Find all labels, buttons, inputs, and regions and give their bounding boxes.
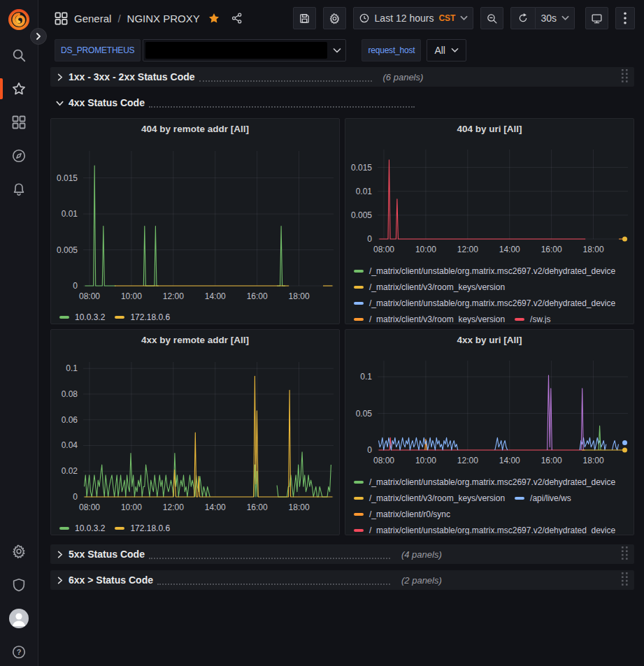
help-question-icon[interactable]: ? [0, 635, 38, 666]
legend-item[interactable]: /_matrix/client/unstable/org.matrix.msc2… [354, 477, 615, 487]
settings-gear-icon[interactable] [0, 535, 38, 568]
datasource-variable-label[interactable]: DS_PROMETHEUS [55, 39, 141, 61]
panel-title[interactable]: 404 by uri [All] [345, 119, 634, 137]
row-drag-handle[interactable] [622, 572, 629, 588]
admin-shield-icon[interactable] [0, 568, 38, 602]
refresh-button[interactable] [510, 7, 536, 29]
legend-item[interactable]: /_matrix/client/unstable/org.matrix.msc2… [354, 266, 615, 276]
panel-legend: /_matrix/client/unstable/org.matrix.msc2… [345, 471, 634, 535]
kebab-menu-button[interactable] [615, 7, 635, 29]
svg-text:18:00: 18:00 [289, 502, 310, 512]
panel-title[interactable]: 404 by remote addr [All] [51, 119, 339, 137]
row-drag-handle[interactable] [622, 69, 629, 85]
row-header-5xx[interactable]: 5xx Status Code (4 panels) [50, 544, 634, 564]
sidebar-item-dashboards[interactable] [0, 106, 38, 139]
share-icon[interactable] [231, 12, 243, 24]
svg-text:10:00: 10:00 [121, 291, 142, 301]
svg-text:0.015: 0.015 [57, 173, 78, 183]
breadcrumb-section[interactable]: General [74, 13, 111, 24]
legend-label: 172.18.0.6 [130, 312, 170, 322]
zoom-out-button[interactable] [480, 7, 503, 29]
row-panel-count: (2 panels) [401, 575, 442, 586]
svg-text:16:00: 16:00 [247, 502, 268, 512]
sidebar-item-alerting[interactable] [0, 173, 38, 206]
legend-label: /_matrix/client/v3/room_keys/version [369, 282, 505, 292]
legend-item[interactable]: /_matrix/client/v3/room_keys/version [354, 282, 505, 292]
svg-text:14:00: 14:00 [499, 245, 520, 254]
svg-text:08:00: 08:00 [79, 502, 100, 512]
tv-mode-button[interactable] [585, 7, 608, 29]
panel-title[interactable]: 4xx by uri [All] [345, 330, 634, 348]
breadcrumb-title[interactable]: NGINX PROXY [127, 13, 200, 24]
svg-text:14:00: 14:00 [499, 456, 520, 465]
panel-4xx-by-remote-addr[interactable]: 4xx by remote addr [All] 00.020.040.060.… [50, 329, 340, 535]
legend-swatch [115, 316, 124, 319]
legend-item[interactable]: /sw.js [515, 314, 550, 324]
panel-title[interactable]: 4xx by remote addr [All] [51, 330, 339, 348]
legend-label: /_matrix/client/v3/room_keys/version [369, 493, 505, 503]
legend-item[interactable]: 10.0.3.2 [59, 312, 105, 322]
variables-bar: DS_PROMETHEUS request_host All [38, 36, 644, 64]
legend-swatch [515, 318, 524, 321]
svg-text:0.1: 0.1 [66, 363, 78, 373]
svg-text:16:00: 16:00 [541, 456, 562, 465]
chart-4xx-by-uri: 00.050.108:0010:0012:0014:0016:0018:00/_… [345, 348, 634, 535]
legend-label: /_matrix/client/unstable/org.matrix.msc2… [369, 298, 615, 308]
favorite-star-icon[interactable] [208, 12, 220, 24]
row-drag-handle[interactable] [622, 546, 629, 563]
legend-item[interactable]: 172.18.0.6 [115, 523, 170, 533]
legend-item[interactable]: 10.0.3.2 [59, 523, 105, 533]
datasource-variable-dropdown[interactable] [143, 39, 346, 61]
svg-text:10:00: 10:00 [415, 245, 436, 254]
legend-swatch [515, 497, 524, 500]
apps-grid-icon [55, 12, 68, 25]
legend-label: /_matrix/client/unstable/org.matrix.msc2… [369, 477, 615, 487]
sidebar-expand-button[interactable] [30, 28, 47, 45]
legend-item[interactable]: /api/live/ws [515, 493, 571, 503]
legend-swatch [354, 481, 364, 484]
legend-item[interactable]: 172.18.0.6 [115, 312, 170, 322]
panel-4xx-by-uri[interactable]: 4xx by uri [All] 00.050.108:0010:0012:00… [345, 329, 634, 535]
legend-swatch [59, 316, 69, 319]
svg-text:0.1: 0.1 [360, 372, 372, 382]
user-avatar[interactable] [0, 602, 38, 635]
legend-item[interactable]: /_matrix/client/v3/room_keys/version [354, 314, 505, 324]
row-panel-count: (6 panels) [383, 72, 424, 82]
legend-item[interactable]: /_matrix/client/r0/sync [354, 509, 450, 519]
refresh-interval-dropdown[interactable]: 30s [536, 7, 575, 29]
legend-item[interactable]: /_matrix/client/v3/room_keys/version [354, 493, 505, 503]
row-header-1xx[interactable]: 1xx - 3xx - 2xx Status Code (6 panels) [50, 67, 634, 87]
legend-swatch [354, 529, 364, 532]
panel-404-by-uri[interactable]: 404 by uri [All] 00.0050.010.01508:0010:… [345, 118, 634, 324]
legend-swatch [354, 302, 364, 305]
svg-text:0.01: 0.01 [356, 187, 373, 196]
sidebar-item-explore[interactable] [0, 139, 38, 173]
request-host-variable-value: All [434, 45, 445, 56]
svg-text:?: ? [17, 648, 22, 656]
dashboard-settings-button[interactable] [323, 7, 346, 29]
legend-item[interactable]: /_matrix/client/unstable/org.matrix.msc2… [354, 298, 615, 308]
panel-404-by-remote-addr[interactable]: 404 by remote addr [All] 00.0050.010.015… [50, 118, 340, 324]
svg-text:0: 0 [367, 445, 372, 455]
legend-swatch [59, 527, 69, 530]
time-range-picker[interactable]: Last 12 hours CST [353, 7, 474, 29]
legend-label: /_matrix/client/unstable/org.matrix.msc2… [369, 266, 615, 276]
row-title: 4xx Status Code [69, 97, 145, 108]
legend-item[interactable]: /_matrix/client/unstable/org.matrix.msc2… [354, 526, 615, 535]
legend-swatch [354, 318, 364, 321]
request-host-variable-label[interactable]: request_host [362, 39, 421, 61]
svg-text:18:00: 18:00 [289, 291, 310, 301]
svg-text:0: 0 [73, 492, 78, 502]
dashboard-canvas: 1xx - 3xx - 2xx Status Code (6 panels) 4… [38, 64, 644, 596]
request-host-variable-dropdown[interactable]: All [427, 39, 466, 61]
legend-swatch [354, 513, 364, 516]
svg-text:12:00: 12:00 [457, 245, 478, 254]
save-dashboard-button[interactable] [293, 7, 316, 29]
legend-label: 172.18.0.6 [130, 523, 170, 533]
row-header-6xx[interactable]: 6xx > Status Code (2 panels) [50, 570, 634, 590]
sidebar-item-starred[interactable] [0, 72, 38, 106]
svg-text:10:00: 10:00 [415, 456, 436, 465]
search-icon[interactable] [0, 38, 38, 72]
row-header-4xx[interactable]: 4xx Status Code [50, 93, 634, 113]
legend-swatch [354, 497, 364, 500]
